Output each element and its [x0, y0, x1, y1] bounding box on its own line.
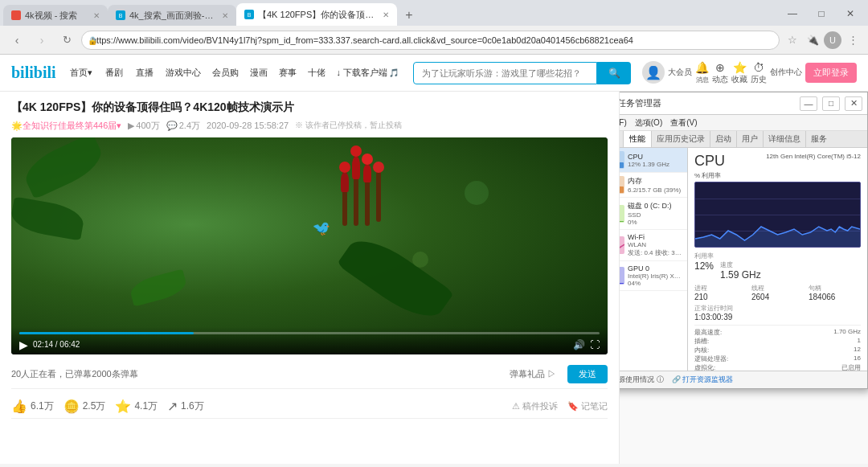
speed-value: 1.59 GHz — [720, 269, 761, 281]
maximize-button[interactable]: □ — [807, 3, 836, 24]
task-manager: 📊 任务管理器 — □ ✕ 文件(F) 选项(O) 查看(V) 进程 性能 应用… — [619, 92, 868, 389]
disk-item-val: 0% — [628, 219, 682, 226]
cpu-item-info: CPU 12% 1.39 GHz — [628, 153, 682, 168]
tm-left-item-memory[interactable]: 内存 6.2/15.7 GB (39%) — [619, 173, 687, 198]
avatar-icon[interactable]: 👤 — [642, 61, 665, 84]
progress-fill — [19, 332, 194, 334]
tm-menu-options[interactable]: 选项(O) — [635, 117, 662, 129]
tab-close-bili-search[interactable]: ✕ — [222, 11, 228, 20]
nav-download[interactable]: ↓ 下载客户端 🎵 — [334, 64, 403, 81]
send-button[interactable]: 发送 — [567, 365, 608, 383]
tm-left-item-gpu[interactable]: GPU 0 Intel(R) Iris(R) Xe... 04% — [619, 261, 687, 291]
tm-menu-view[interactable]: 查看(V) — [670, 117, 697, 129]
tab-startup[interactable]: 启动 — [710, 131, 737, 147]
video-controls-bar: ▶ 02:14 / 06:42 🔊 ⛶ — [11, 327, 608, 354]
nav-game[interactable]: 游戏中心 — [162, 64, 204, 81]
message-btn[interactable]: 🔔 消息 — [695, 61, 709, 84]
close-button[interactable]: ✕ — [836, 3, 865, 24]
creator-center-btn[interactable]: 创作中心 — [770, 68, 802, 77]
history-btn[interactable]: ⏱ 历史 — [751, 61, 767, 84]
tm-close-button[interactable]: ✕ — [845, 96, 862, 111]
tab-close-video[interactable]: ✕ — [383, 10, 389, 19]
speed-label: 速度 — [720, 260, 761, 269]
virtualization-val: 已启用 — [841, 363, 861, 371]
fullscreen-button[interactable]: ⛶ — [590, 339, 600, 350]
tab-video-active[interactable]: B 【4K 120FPS】你的设备顶得住...设备顶得住哇 ✕ — [236, 3, 397, 26]
lock-icon: 🔒 — [88, 35, 97, 44]
tm-open-monitor-btn[interactable]: 🔗 打开资源监视器 — [672, 375, 734, 385]
bilibili-logo[interactable]: bilibili — [11, 63, 56, 82]
ext-icon-1[interactable]: 🔌 — [804, 31, 821, 49]
cpu-model-text: 12th Gen Intel(R) Core(TM) i5-12 — [766, 153, 861, 161]
tm-left-item-cpu[interactable]: CPU 12% 1.39 GHz — [619, 148, 687, 173]
danmaku-toggle[interactable]: 弹幕礼品 ▷ — [510, 368, 556, 380]
view-count: ▶ 400万 — [128, 120, 159, 132]
window-controls: — □ ✕ — [778, 3, 865, 26]
search-input[interactable] — [413, 62, 597, 84]
share-button[interactable]: ↗ 1.6万 — [167, 399, 204, 414]
tab-close-search[interactable]: ✕ — [93, 11, 100, 20]
back-button[interactable]: ‹ — [6, 30, 27, 51]
login-button[interactable]: 立即登录 — [805, 63, 857, 83]
tm-left-item-disk[interactable]: 磁盘 0 (C: D:) SSD 0% — [619, 198, 687, 230]
tm-left-item-wifi[interactable]: Wi-Fi WLAN 发送: 0.4 接收: 33.0 M — [619, 230, 687, 261]
nav-manga[interactable]: 漫画 — [247, 64, 271, 81]
search-button[interactable]: 🔍 — [597, 62, 631, 84]
video-player[interactable]: 🐦 ▶ 02:14 / 06:42 🔊 ⛶ — [11, 137, 608, 354]
star-button[interactable]: ⭐ 4.1万 — [115, 399, 158, 414]
tm-menu-file[interactable]: 文件(F) — [619, 117, 627, 129]
report-button[interactable]: ⚠ 稿件投诉 — [512, 400, 558, 412]
tm-tab-bar: 进程 性能 应用历史记录 启动 用户 详细信息 服务 — [619, 131, 867, 148]
nav-home[interactable]: 首页▾ — [66, 64, 96, 81]
tab-bili-search[interactable]: B 4k_搜索_画面测验-bilibili ✕ — [108, 5, 236, 26]
stat-uptime: 正常运行时间 1:03:00:39 — [694, 304, 861, 322]
channel-tag[interactable]: 🌟全知识行佳最终第446届▾ — [11, 120, 121, 132]
dynamic-btn[interactable]: ⊕ 动态 — [712, 61, 728, 84]
tab-performance[interactable]: 性能 — [624, 131, 652, 147]
bilibili-header: bilibili 首页▾ 番剧 直播 游戏中心 会员购 漫画 赛事 十佬 ↓ 下… — [0, 55, 868, 92]
forward-button[interactable]: › — [31, 30, 52, 51]
tab-favicon-bili-search: B — [116, 10, 125, 20]
tab-services[interactable]: 服务 — [806, 131, 832, 147]
tm-minimize-button[interactable]: — — [800, 96, 817, 111]
bokeh-1 — [465, 181, 489, 205]
right-sidebar: 创作团队 9人 🦊 紫狐网络机 UP主 🐷 flypig的... 参与创作 — [619, 92, 868, 464]
live-count-text: 20人正在看，已弹幕2000条弹幕 — [11, 369, 138, 379]
wifi-item-info: Wi-Fi WLAN 发送: 0.4 接收: 33.0 M — [628, 233, 682, 257]
tm-maximize-button[interactable]: □ — [822, 96, 840, 111]
address-input-wrap: 🔒 — [81, 31, 780, 50]
vip-btn[interactable]: 大会员 — [668, 68, 692, 77]
cpu-item-util: 12% 1.39 GHz — [628, 161, 682, 168]
user-profile-icon[interactable]: U — [824, 31, 841, 49]
nav-shop[interactable]: 会员购 — [209, 64, 242, 81]
collect-btn[interactable]: ⭐ 收藏 — [731, 61, 747, 84]
nav-ten[interactable]: 十佬 — [305, 64, 329, 81]
wifi-item-sub: WLAN — [628, 241, 682, 248]
coin-button[interactable]: 🪙 2.5万 — [63, 399, 106, 414]
play-button[interactable]: ▶ — [19, 338, 28, 351]
minimize-button[interactable]: — — [778, 3, 807, 24]
tm-title-text: 任务管理器 — [619, 97, 795, 109]
menu-icon[interactable]: ⋮ — [844, 31, 862, 49]
nav-sports[interactable]: 赛事 — [276, 64, 300, 81]
mem-item-info: 内存 6.2/15.7 GB (39%) — [628, 176, 682, 194]
tab-users[interactable]: 用户 — [737, 131, 764, 147]
tab-details[interactable]: 详细信息 — [764, 131, 806, 147]
max-speed: 1.70 GHz — [833, 328, 861, 337]
tm-hint-btn[interactable]: ▲ 资源使用情况 ⓘ — [619, 375, 664, 385]
address-input[interactable] — [81, 31, 780, 50]
refresh-button[interactable]: ↻ — [56, 30, 77, 51]
tab-app-history[interactable]: 应用历史记录 — [652, 131, 710, 147]
gpu-item-name: GPU 0 — [628, 264, 682, 272]
star-icon[interactable]: ☆ — [784, 31, 801, 49]
video-stats-row: 20人正在看，已弹幕2000条弹幕 弹幕礼品 ▷ 发送 — [11, 360, 608, 389]
main-area: 【4K 120FPS】你的设备顶得住吗？4K120帧技术演示片 🌟全知识行佳最终… — [0, 92, 868, 464]
nav-live[interactable]: 直播 — [132, 64, 158, 81]
like-button[interactable]: 👍 6.1万 — [11, 399, 54, 414]
tab-search[interactable]: 4k视频 - 搜索 ✕ — [3, 5, 108, 26]
new-tab-button[interactable]: + — [399, 5, 420, 26]
nav-anime[interactable]: 番剧 — [101, 64, 127, 81]
bookmark-button[interactable]: 🔖 记笔记 — [567, 400, 608, 412]
progress-bar[interactable] — [19, 332, 600, 334]
volume-icon[interactable]: 🔊 — [573, 339, 585, 350]
